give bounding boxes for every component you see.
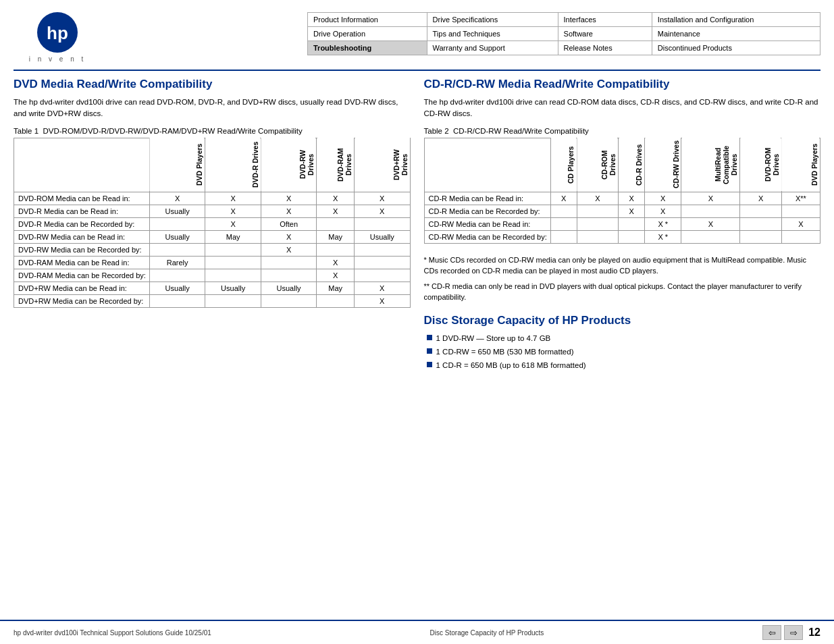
header-divider [14,70,820,71]
next-button[interactable]: ⇨ [784,625,803,640]
table-cell [550,205,577,217]
footer-left-text: hp dvd-writer dvd100i Technical Support … [14,629,211,637]
row-label: CD-RW Media can be Read in: [424,217,550,230]
nav-item[interactable]: Installation and Configuration [652,13,820,27]
table-cell: X [781,217,820,230]
table-cell: X [205,192,261,205]
nav-item[interactable]: Tips and Techniques [427,27,558,41]
prev-button[interactable]: ⇦ [762,625,781,640]
list-item: 1 DVD-RW — Store up to 4.7 GB [427,333,821,344]
cdrw-section-body: The hp dvd-writer dvd100i drive can read… [424,97,821,120]
table-cell [681,205,740,217]
table-cell: X [261,205,316,217]
table-row: DVD+RW Media can be Recorded by:X [14,294,411,307]
bullet-icon [427,362,432,367]
table-cell [149,217,205,230]
table-cell [205,243,261,256]
table-cell: X [645,192,681,205]
list-item-text: 1 CD-RW = 650 MB (530 MB formatted) [436,346,574,357]
row-label: DVD-RW Media can be Recorded by: [14,243,150,256]
dvd-section-body: The hp dvd-writer dvd100i drive can read… [14,97,411,120]
row-label: CD-RW Media can be Recorded by: [424,230,550,243]
dvd-table-caption: Table 1 DVD-ROM/DVD-R/DVD-RW/DVD-RAM/DVD… [14,127,411,135]
table-cell [261,294,316,307]
nav-item[interactable]: Troubleshooting [308,41,427,55]
table-row: DVD-ROM Media can be Read in:XXXXX [14,192,411,205]
right-column: CD-R/CD-RW Media Read/Write Compatibilit… [424,78,821,373]
table-row: CD-RW Media can be Recorded by:X * [424,230,820,243]
nav-item[interactable]: Maintenance [652,27,820,41]
bullet-icon [427,335,432,340]
table-cell: X [355,294,411,307]
nav-item[interactable]: Release Notes [558,41,652,55]
table-cell [205,269,261,281]
table-header: CD Players [550,138,577,192]
notes-section: * Music CDs recorded on CD-RW media can … [424,254,821,303]
row-label: DVD-RW Media can be Read in: [14,230,150,243]
table-cell: Rarely [149,256,205,269]
row-label: DVD+RW Media can be Recorded by: [14,294,150,307]
table-header: DVD-R Drives [205,138,261,192]
table-cell: X * [645,217,681,230]
storage-list: 1 DVD-RW — Store up to 4.7 GB1 CD-RW = 6… [424,333,821,371]
nav-item[interactable]: Drive Specifications [427,13,558,27]
table-row: DVD-R Media can be Read in:UsuallyXXXX [14,205,411,217]
row-label: DVD-ROM Media can be Read in: [14,192,150,205]
table-cell [577,217,618,230]
table-cell [317,294,355,307]
table-cell [149,269,205,281]
cdrw-table-label: Table 2 [424,127,449,135]
table-cell: X [740,192,781,205]
table-header: DVD+RW Drives [355,138,411,192]
table-cell: Usually [205,281,261,294]
nav-item[interactable]: Discontinued Products [652,41,820,55]
note-text: ** CD-R media can only be read in DVD pl… [424,281,821,303]
table-cell [619,217,645,230]
table-cell: X [619,192,645,205]
table-cell: X [205,217,261,230]
row-label: CD-R Media can be Recorded by: [424,205,550,217]
nav-item[interactable]: Warranty and Support [427,41,558,55]
page-number: 12 [808,626,820,639]
table-cell: Usually [149,205,205,217]
table-cell: Usually [149,281,205,294]
row-label: DVD-RAM Media can be Read in: [14,256,150,269]
table-header: DVD-RAM Drives [317,138,355,192]
table-cell: Usually [355,230,411,243]
table-cell [781,205,820,217]
table-cell: X [645,205,681,217]
nav-item[interactable]: Product Information [308,13,427,27]
nav-item[interactable]: Software [558,27,652,41]
bullet-icon [427,348,432,354]
table-cell [619,230,645,243]
table-cell: X * [645,230,681,243]
footer-left: hp dvd-writer dvd100i Technical Support … [14,629,211,637]
table-cell [577,205,618,217]
table-row: DVD-RAM Media can be Recorded by:X [14,269,411,281]
table-row: DVD-R Media can be Recorded by:XOften [14,217,411,230]
cdrw-compat-table: CD PlayersCD-ROM DrivesCD-R DrivesCD-RW … [424,138,821,244]
table-cell: X [619,205,645,217]
table-header: CD-ROM Drives [577,138,618,192]
footer-right: ⇦ ⇨ 12 [762,625,820,640]
row-label: DVD+RW Media can be Read in: [14,281,150,294]
table-cell: X [317,192,355,205]
cdrw-table-caption: Table 2 CD-R/CD-RW Read/Write Compatibil… [424,127,821,135]
table-header: DVD-RW Drives [261,138,316,192]
logo-box: hp i n v e n t [14,12,101,63]
table-cell: Usually [261,281,316,294]
table-cell [550,217,577,230]
table-cell: X [317,256,355,269]
table-cell [261,269,316,281]
table-row: CD-RW Media can be Read in:X *XX [424,217,820,230]
table-cell: May [317,281,355,294]
table-cell [355,269,411,281]
table-cell [317,243,355,256]
table-row: DVD-RAM Media can be Read in:RarelyX [14,256,411,269]
table-cell [317,217,355,230]
cdrw-section-title: CD-R/CD-RW Media Read/Write Compatibilit… [424,78,821,91]
nav-item[interactable]: Interfaces [558,13,652,27]
table-cell [740,230,781,243]
nav-item[interactable]: Drive Operation [308,27,427,41]
table-cell [149,294,205,307]
